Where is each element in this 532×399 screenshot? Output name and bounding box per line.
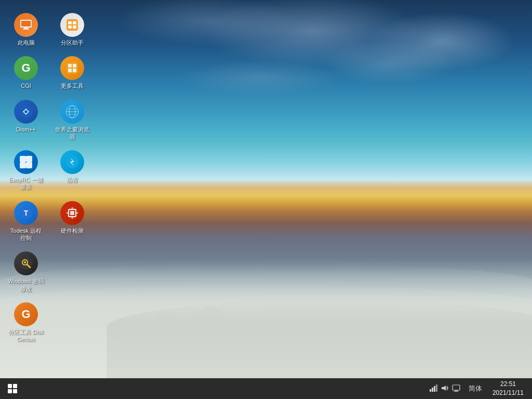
taskbar: 简体 22:51 2021/11/11 (0, 378, 532, 399)
desktop-icon-thispc[interactable]: 此电脑 (5, 10, 47, 49)
thispc-label: 此电脑 (18, 39, 35, 46)
svg-text:T: T (24, 209, 29, 217)
network-tray-icon[interactable] (429, 384, 437, 394)
todesk-svg: T (19, 206, 33, 220)
winpass-svg (19, 256, 33, 271)
desktop-icon-browser[interactable]: 世界之窗浏览器 (51, 97, 93, 143)
easyrc-svg (19, 155, 33, 169)
volume-tray-icon[interactable] (441, 384, 449, 394)
svg-rect-8 (73, 25, 76, 29)
more-tools-icon-image (60, 56, 84, 80)
svg-point-15 (24, 110, 28, 113)
svg-rect-3 (23, 29, 29, 30)
easyrc-label: EasyRC 一键重装 (8, 176, 44, 191)
ime-label: 简体 (469, 384, 482, 392)
svg-rect-45 (453, 385, 460, 390)
monitor-tray-icon[interactable] (452, 384, 460, 394)
partition-assistant-label: 分区助手 (61, 39, 84, 46)
svg-rect-1 (21, 21, 31, 26)
xunlei-svg (65, 155, 79, 169)
more-tools-label: 更多工具 (61, 82, 84, 89)
svg-rect-25 (26, 162, 32, 168)
cgi-label: CGI (21, 82, 31, 89)
dism-svg (19, 104, 33, 119)
svg-rect-46 (455, 390, 458, 391)
svg-rect-7 (68, 25, 72, 29)
clock-date: 2021/11/11 (493, 389, 524, 397)
hardware-icon-image (60, 201, 84, 225)
svg-rect-42 (434, 386, 435, 392)
dism-icon-image (14, 100, 38, 124)
svg-rect-6 (73, 21, 76, 24)
svg-rect-23 (26, 156, 32, 162)
browser-svg (65, 104, 79, 119)
more-tools-svg (65, 61, 79, 75)
dism-label: Dism++ (16, 126, 36, 133)
clock-area[interactable]: 22:51 2021/11/11 (488, 380, 528, 397)
desktop-icon-more-tools[interactable]: 更多工具 (51, 54, 93, 92)
desktop-icon-diskgenius[interactable]: G 分区工具 DiskGenius (5, 300, 47, 346)
partition-assistant-svg (64, 17, 80, 33)
desktop-icon-xunlei[interactable]: 迅雷 (51, 148, 93, 194)
thispc-svg (19, 18, 33, 32)
svg-rect-2 (24, 28, 28, 29)
desktop-icon-winpass[interactable]: Windows 密码修改 (5, 249, 47, 295)
todesk-label: Todesk 远程控制 (8, 227, 44, 242)
desktop-icons-area: 此电脑 分区助手 G (0, 5, 83, 379)
svg-rect-12 (68, 69, 72, 72)
browser-icon-image (60, 100, 84, 124)
svg-marker-44 (442, 385, 446, 391)
ime-indicator[interactable]: 简体 (467, 384, 484, 393)
hardware-label: 硬件检测 (61, 227, 84, 234)
browser-label: 世界之窗浏览器 (54, 126, 90, 141)
diskgenius-label: 分区工具 DiskGenius (8, 328, 44, 343)
svg-rect-13 (73, 69, 76, 72)
desktop-icon-todesk[interactable]: T Todesk 远程控制 (5, 198, 47, 245)
cgi-icon-image: G (14, 56, 38, 80)
todesk-icon-image: T (14, 201, 38, 225)
desktop-icon-partition-assistant[interactable]: 分区助手 (51, 10, 93, 49)
partition-assistant-icon-image (60, 13, 84, 37)
winpass-label: Windows 密码修改 (8, 277, 44, 292)
svg-rect-41 (432, 388, 433, 392)
svg-rect-43 (436, 384, 437, 392)
svg-rect-5 (68, 21, 72, 24)
svg-rect-22 (20, 156, 26, 162)
svg-rect-24 (20, 162, 26, 168)
desktop-icon-easyrc[interactable]: EasyRC 一键重装 (5, 148, 47, 194)
winpass-icon-image (14, 251, 38, 275)
desktop-icon-cgi[interactable]: G CGI (5, 54, 47, 92)
start-button[interactable] (0, 378, 25, 399)
svg-rect-47 (454, 391, 459, 392)
taskbar-right: 简体 22:51 2021/11/11 (427, 378, 532, 399)
easyrc-icon-image (14, 150, 38, 174)
windows-logo-icon (8, 384, 17, 393)
svg-rect-31 (70, 211, 74, 215)
svg-point-38 (24, 261, 26, 263)
system-tray (427, 384, 462, 394)
svg-rect-11 (73, 64, 76, 68)
svg-rect-10 (68, 64, 72, 68)
xunlei-label: 迅雷 (66, 176, 78, 183)
xunlei-icon-image (60, 150, 84, 174)
hardware-svg (65, 206, 79, 220)
diskgenius-icon-image: G (14, 302, 38, 326)
svg-rect-40 (430, 389, 431, 392)
desktop-icon-dism[interactable]: Dism++ (5, 97, 47, 143)
desktop: 此电脑 分区助手 G (0, 0, 532, 399)
svg-rect-4 (66, 19, 78, 31)
thispc-icon-image (14, 13, 38, 37)
desktop-icon-hardware[interactable]: 硬件检测 (51, 198, 93, 245)
clock-time: 22:51 (500, 380, 516, 389)
